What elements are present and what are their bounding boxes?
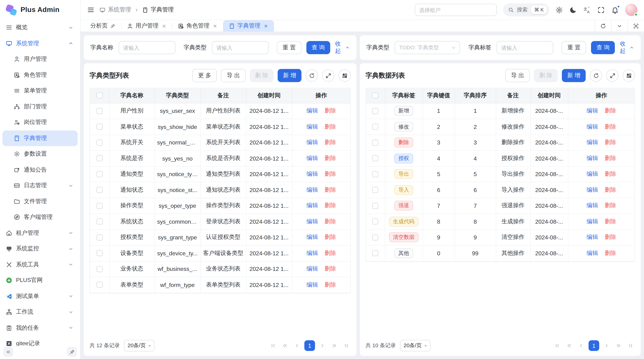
- current-page[interactable]: 1: [304, 340, 315, 351]
- sidebar-item[interactable]: 日志管理: [2, 178, 78, 193]
- delete-link[interactable]: 删除: [605, 123, 616, 130]
- notifications-button[interactable]: [611, 6, 619, 14]
- delete-link[interactable]: 删除: [605, 202, 616, 209]
- maximize-content-button[interactable]: [628, 20, 644, 31]
- query-button[interactable]: 查 询: [306, 41, 330, 54]
- hamburger-menu-icon[interactable]: [87, 6, 94, 13]
- select-all-checkbox[interactable]: [372, 92, 378, 98]
- tab[interactable]: 字典管理: [223, 20, 274, 31]
- edit-link[interactable]: 编辑: [306, 170, 318, 177]
- global-search[interactable]: 搜索 ⌘ K: [503, 3, 549, 16]
- dict-name-input[interactable]: [119, 41, 176, 54]
- tab[interactable]: 用户管理: [121, 20, 172, 31]
- delete-link[interactable]: 删除: [324, 265, 336, 272]
- prev-page-button[interactable]: [576, 340, 586, 351]
- delete-link[interactable]: 删除: [324, 107, 336, 114]
- more-button[interactable]: 更 多: [192, 69, 217, 82]
- delete-link[interactable]: 删除: [605, 107, 616, 114]
- row-checkbox[interactable]: [96, 234, 102, 240]
- edit-link[interactable]: 编辑: [306, 249, 318, 256]
- delete-link[interactable]: 删除: [605, 155, 616, 161]
- row-checkbox[interactable]: [372, 219, 378, 225]
- close-icon[interactable]: [264, 23, 268, 28]
- edit-link[interactable]: 编辑: [586, 123, 598, 130]
- column-settings-button[interactable]: [623, 69, 635, 82]
- sidebar-item[interactable]: 岗位管理: [2, 115, 78, 130]
- pin-icon[interactable]: [110, 23, 116, 29]
- collapse-search-link[interactable]: 收起: [335, 40, 350, 55]
- delete-link[interactable]: 删除: [324, 218, 336, 225]
- add-button[interactable]: 新 增: [278, 69, 302, 82]
- prev-pages-button[interactable]: [565, 340, 574, 351]
- row-checkbox[interactable]: [372, 124, 378, 130]
- sidebar-item[interactable]: 通知公告: [2, 162, 78, 178]
- row-checkbox[interactable]: [96, 171, 102, 177]
- row-checkbox[interactable]: [372, 139, 378, 146]
- delete-link[interactable]: 删除: [324, 234, 336, 240]
- edit-link[interactable]: 编辑: [306, 281, 318, 288]
- sidebar-item[interactable]: 角色管理: [2, 67, 78, 83]
- delete-link[interactable]: 删除: [605, 139, 616, 146]
- row-checkbox[interactable]: [372, 234, 378, 240]
- sidebar-item[interactable]: 租户管理: [2, 225, 78, 241]
- sidebar-item[interactable]: 参数设置: [2, 146, 78, 162]
- row-checkbox[interactable]: [96, 250, 102, 256]
- next-page-button[interactable]: [318, 340, 327, 351]
- first-page-button[interactable]: [553, 340, 562, 351]
- next-pages-button[interactable]: [614, 340, 623, 351]
- delete-link[interactable]: 删除: [605, 186, 616, 193]
- edit-link[interactable]: 编辑: [306, 155, 318, 161]
- collapse-sidebar-button[interactable]: [3, 347, 13, 357]
- next-pages-button[interactable]: [330, 340, 339, 351]
- edit-link[interactable]: 编辑: [306, 186, 318, 193]
- pin-sidebar-button[interactable]: [67, 347, 77, 357]
- sidebar-item[interactable]: 客户端管理: [2, 209, 78, 225]
- sidebar-item[interactable]: 文件管理: [2, 194, 78, 209]
- fullscreen-table-button[interactable]: [322, 69, 334, 82]
- row-checkbox[interactable]: [372, 171, 378, 177]
- add-button[interactable]: 新 增: [562, 69, 586, 82]
- language-icon[interactable]: 文A: [583, 6, 591, 14]
- delete-link[interactable]: 删除: [605, 234, 616, 240]
- delete-link[interactable]: 删除: [605, 170, 616, 177]
- delete-link[interactable]: 删除: [324, 186, 336, 193]
- edit-link[interactable]: 编辑: [306, 123, 318, 130]
- avatar[interactable]: [625, 4, 638, 16]
- last-page-button[interactable]: [342, 340, 351, 351]
- reset-button[interactable]: 重 置: [277, 41, 302, 54]
- dict-type-input[interactable]: [212, 41, 269, 54]
- row-checkbox[interactable]: [372, 155, 378, 161]
- reset-button[interactable]: 重 置: [562, 41, 586, 54]
- edit-link[interactable]: 编辑: [586, 139, 598, 146]
- sidebar-item[interactable]: 用户管理: [2, 51, 78, 67]
- breadcrumb-item-system[interactable]: 系统管理: [100, 6, 131, 13]
- dict-label-input[interactable]: [497, 41, 554, 54]
- delete-link[interactable]: 删除: [605, 218, 616, 225]
- sidebar-item[interactable]: 字典管理: [2, 130, 78, 146]
- settings-icon[interactable]: [555, 6, 563, 14]
- edit-link[interactable]: 编辑: [306, 107, 318, 114]
- tab-menu-button[interactable]: [611, 20, 628, 31]
- close-icon[interactable]: [213, 23, 217, 28]
- dark-mode-icon[interactable]: [569, 6, 577, 14]
- row-checkbox[interactable]: [372, 203, 378, 209]
- export-button[interactable]: 导 出: [505, 69, 530, 82]
- edit-link[interactable]: 编辑: [586, 218, 598, 225]
- sidebar-item[interactable]: 测试菜单: [2, 288, 78, 304]
- edit-link[interactable]: 编辑: [306, 265, 318, 272]
- sidebar-item[interactable]: 系统管理: [2, 35, 78, 51]
- row-checkbox[interactable]: [96, 203, 102, 209]
- delete-button[interactable]: 删 除: [250, 69, 274, 82]
- edit-link[interactable]: 编辑: [306, 234, 318, 240]
- dict-type-select[interactable]: TODO: 字典类型: [395, 41, 460, 54]
- prev-page-button[interactable]: [292, 340, 302, 351]
- delete-button[interactable]: 删 除: [534, 69, 558, 82]
- sidebar-item[interactable]: 菜单管理: [2, 83, 78, 99]
- refresh-table-button[interactable]: [306, 69, 318, 82]
- breadcrumb-item-dict[interactable]: 字典管理: [142, 6, 174, 13]
- row-checkbox[interactable]: [96, 187, 102, 193]
- column-settings-button[interactable]: [338, 69, 351, 82]
- sidebar-item[interactable]: 系统工具: [2, 257, 78, 273]
- delete-link[interactable]: 删除: [324, 123, 336, 130]
- edit-link[interactable]: 编辑: [586, 107, 598, 114]
